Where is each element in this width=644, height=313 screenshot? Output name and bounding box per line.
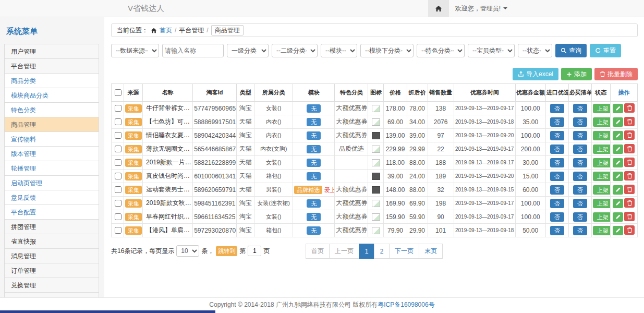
edit-button[interactable] [613,199,623,208]
row-checkbox[interactable] [115,173,121,179]
must-buy-toggle[interactable]: 否 [573,185,587,195]
sidebar-item[interactable]: 平台管理 [4,58,99,74]
select-all-checkbox[interactable] [115,89,121,96]
page-size-select[interactable]: 10 [176,245,199,257]
edit-button[interactable] [613,172,623,181]
pager-button[interactable]: 末页 [419,244,443,259]
must-buy-toggle[interactable]: 否 [573,199,587,208]
sidebar-item[interactable]: 意见反馈 [4,190,99,205]
import-select-toggle[interactable]: 否 [550,212,564,222]
pager-button[interactable]: 2 [374,244,390,259]
status-toggle[interactable]: 上架 [593,145,611,154]
name-search-input[interactable] [162,44,224,57]
batch-delete-button[interactable]: 批量删除 [594,68,638,80]
status-toggle[interactable]: 上架 [593,104,611,113]
pager-button[interactable]: 首页 [306,244,330,259]
row-checkbox[interactable] [115,200,121,207]
sidebar-item[interactable]: 平台配置 [4,204,99,220]
must-buy-toggle[interactable]: 否 [573,212,587,222]
status-toggle[interactable]: 上架 [593,172,611,181]
icp-link[interactable]: 粤ICP备16098006号 [378,301,434,308]
row-checkbox[interactable] [115,227,121,234]
add-button[interactable]: 添加 [561,68,592,80]
edit-button[interactable] [613,117,623,127]
import-select-toggle[interactable]: 否 [550,185,564,195]
delete-button[interactable] [624,225,635,235]
user-menu[interactable]: 欢迎您，管理员! [449,0,514,17]
horizontal-scrollbar-thumb[interactable] [0,310,215,313]
sidebar-item[interactable]: 订单管理 [4,263,99,278]
must-buy-toggle[interactable]: 否 [573,145,587,154]
row-checkbox[interactable] [115,118,121,125]
sidebar-item[interactable]: 消息管理 [4,248,99,263]
import-select-toggle[interactable]: 否 [550,158,564,167]
sidebar-item[interactable]: 轮播管理 [4,161,99,176]
breadcrumb-home-link[interactable]: 首页 [160,26,172,35]
row-checkbox[interactable] [115,105,121,112]
jump-page-input[interactable] [248,246,261,256]
delete-button[interactable] [624,198,635,208]
must-buy-toggle[interactable]: 否 [573,172,587,181]
reset-button[interactable]: 重置 [590,44,621,57]
pager-button[interactable]: 1 [359,244,374,259]
must-buy-toggle[interactable]: 否 [573,117,587,127]
edit-button[interactable] [613,158,623,167]
level2-category-filter[interactable]: --二级分类-- [272,44,318,57]
status-toggle[interactable]: 上架 [593,199,611,208]
feature-category-filter[interactable]: --特色分类-- [417,44,465,57]
sidebar-item[interactable]: 商品分类 [4,73,99,88]
status-toggle[interactable]: 上架 [593,117,611,127]
delete-button[interactable] [624,185,635,194]
status-toggle[interactable]: 上架 [593,185,611,195]
sidebar-item[interactable]: 启动页管理 [4,175,99,190]
module-sub-category-filter[interactable]: --模块下分类-- [360,44,414,57]
pager-button[interactable]: 下一页 [389,244,419,259]
import-select-toggle[interactable]: 否 [550,226,564,235]
status-toggle[interactable]: 上架 [593,158,611,167]
delete-button[interactable] [624,144,635,153]
edit-button[interactable] [613,145,623,154]
sidebar-item[interactable]: 兑换管理 [4,278,99,293]
sidebar-item[interactable]: 拼团管理 [4,219,99,234]
sidebar-item[interactable]: 版本管理 [4,146,99,161]
must-buy-toggle[interactable]: 否 [573,226,587,235]
import-select-toggle[interactable]: 否 [550,117,564,127]
home-nav-button[interactable] [428,0,449,17]
delete-button[interactable] [624,103,635,113]
sidebar-item[interactable]: 商品管理 [4,117,99,132]
row-checkbox[interactable] [115,146,121,152]
row-checkbox[interactable] [115,213,121,220]
delete-button[interactable] [624,212,635,221]
status-toggle[interactable]: 上架 [593,131,611,140]
sidebar-item[interactable]: 用户管理 [4,44,99,59]
module-filter[interactable]: --模块-- [321,44,357,57]
delete-button[interactable] [624,158,635,167]
pager-button[interactable]: 上一页 [329,244,359,259]
must-buy-toggle[interactable]: 否 [573,104,587,113]
row-checkbox[interactable] [115,186,121,193]
must-buy-toggle[interactable]: 否 [573,158,587,167]
sidebar-item[interactable]: 特色分类 [4,102,99,117]
edit-button[interactable] [613,104,623,113]
status-filter[interactable]: --状态-- [518,44,552,57]
item-type-filter[interactable]: --宝贝类型-- [468,44,515,57]
import-select-toggle[interactable]: 否 [550,145,564,154]
edit-button[interactable] [613,185,623,195]
edit-button[interactable] [613,131,623,140]
import-excel-button[interactable]: 导入excel [513,68,558,80]
import-select-toggle[interactable]: 否 [550,172,564,181]
import-select-toggle[interactable]: 否 [550,104,564,113]
source-filter[interactable]: --数据来源-- [111,44,159,57]
row-checkbox[interactable] [115,132,121,139]
edit-button[interactable] [613,226,623,235]
sidebar-item[interactable]: 省直快报 [4,234,99,249]
delete-button[interactable] [624,130,635,140]
sidebar-item[interactable] [4,292,99,297]
sidebar-item[interactable]: 宣传物料 [4,131,99,147]
row-checkbox[interactable] [115,159,121,166]
status-toggle[interactable]: 上架 [593,226,611,235]
delete-button[interactable] [624,171,635,180]
level1-category-filter[interactable]: 一级分类 [227,44,269,57]
import-select-toggle[interactable]: 否 [550,199,564,208]
import-select-toggle[interactable]: 否 [550,131,564,140]
